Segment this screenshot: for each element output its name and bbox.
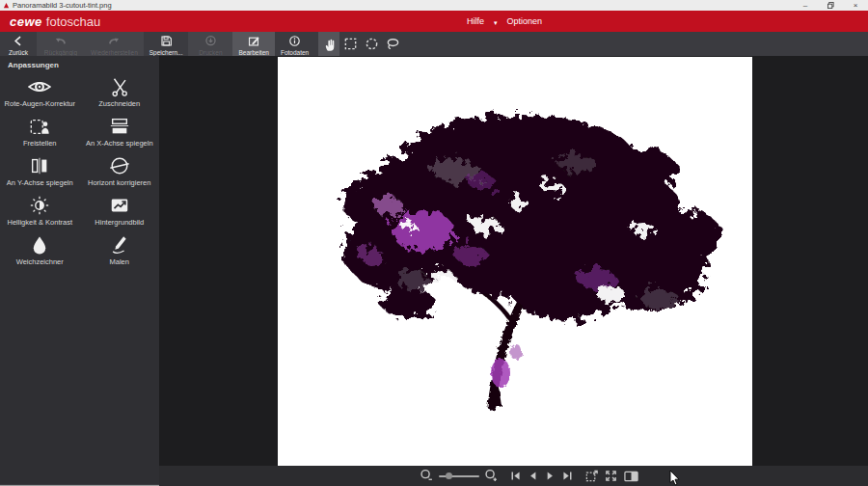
menu-hilfe[interactable]: Hilfe — [463, 14, 488, 28]
original-size-icon — [584, 469, 599, 483]
previous-image-button[interactable] — [527, 470, 539, 482]
fullscreen-icon — [604, 469, 618, 483]
app-header: cewe fotoschau Hilfe ▾ Optionen — [0, 11, 868, 32]
print-circle-icon — [203, 35, 218, 47]
zoom-in-icon — [484, 469, 499, 483]
scissors-icon — [109, 76, 130, 97]
background-image-icon — [108, 195, 131, 216]
fullscreen-button[interactable] — [604, 469, 618, 483]
compare-original-button[interactable] — [623, 469, 639, 483]
tool-y-achse-spiegeln[interactable]: An Y-Achse spiegeln — [0, 152, 80, 192]
main-toolbar: Zurück Rückgängig Wiederherstellen Speic… — [0, 32, 868, 56]
rectangle-select-icon — [343, 37, 358, 51]
statusbar — [159, 466, 868, 486]
titlebar: Panoramabild 3-cutout-tint.png – × — [0, 0, 868, 11]
photo-data-button[interactable]: Fotodaten — [275, 32, 314, 56]
last-image-button[interactable] — [561, 470, 574, 482]
first-image-button[interactable] — [509, 470, 522, 482]
original-size-button[interactable] — [584, 469, 599, 483]
zoom-slider[interactable] — [439, 466, 479, 486]
back-button[interactable]: Zurück — [0, 32, 37, 56]
sidebar-anpassungen: Anpassungen Rote-Augen-Korrektur Zuschne… — [0, 56, 159, 486]
tool-rote-augen-korrektur[interactable]: Rote-Augen-Korrektur — [0, 73, 80, 113]
menu-optionen[interactable]: Optionen — [503, 14, 547, 28]
minimize-button[interactable]: – — [793, 0, 818, 11]
ellipse-select-tool[interactable] — [361, 32, 382, 56]
save-floppy-icon — [159, 35, 174, 47]
paint-pen-icon — [108, 234, 131, 256]
brand-logo: cewe fotoschau — [10, 14, 100, 29]
undo-arrow-icon — [53, 35, 68, 47]
chevron-down-icon[interactable]: ▾ — [494, 19, 498, 27]
flip-y-icon — [28, 155, 51, 176]
sidebar-section-title: Anpassungen — [0, 56, 159, 69]
zoom-in-button[interactable] — [484, 469, 499, 483]
first-icon — [509, 470, 522, 482]
edit-pencil-icon — [246, 35, 261, 47]
eye-icon — [27, 76, 52, 97]
tool-helligkeit-kontrast[interactable]: Helligkeit & Kontrast — [0, 192, 80, 231]
app-icon — [3, 2, 10, 9]
close-button[interactable]: × — [843, 0, 868, 11]
adjustment-tools-grid: Rote-Augen-Korrektur Zuschneiden Freiste… — [0, 73, 159, 271]
previous-icon — [527, 470, 539, 482]
restore-icon — [827, 2, 834, 9]
lasso-select-tool[interactable] — [382, 32, 403, 56]
tool-x-achse-spiegeln[interactable]: An X-Achse spiegeln — [80, 113, 160, 152]
cutout-icon — [28, 116, 51, 137]
window-title: Panoramabild 3-cutout-tint.png — [13, 1, 793, 10]
print-button: Drucken — [188, 32, 232, 56]
hand-icon — [322, 37, 337, 52]
brand-script: cewe — [10, 14, 42, 29]
tool-hintergrundbild[interactable]: Hintergrundbild — [80, 192, 160, 231]
tool-freistellen[interactable]: Freistellen — [0, 113, 80, 152]
horizon-icon — [108, 155, 131, 176]
undo-button: Rückgängig — [37, 32, 85, 56]
lasso-select-icon — [385, 37, 400, 51]
workspace — [159, 56, 868, 466]
hand-tool[interactable] — [318, 32, 339, 56]
blur-drop-icon — [28, 234, 51, 256]
tool-horizont-korrigieren[interactable]: Horizont korrigieren — [80, 152, 160, 192]
app-window: Panoramabild 3-cutout-tint.png – × cewe … — [0, 0, 868, 486]
info-circle-icon — [287, 35, 302, 47]
zoom-slider-knob[interactable] — [446, 472, 452, 479]
photo-canvas[interactable] — [278, 57, 752, 466]
zoom-out-button[interactable] — [420, 469, 434, 483]
next-icon — [544, 470, 556, 482]
compare-original-icon — [623, 469, 639, 483]
flip-x-icon — [108, 116, 131, 137]
last-icon — [561, 470, 574, 482]
save-button[interactable]: Speichern... — [144, 32, 189, 56]
tool-malen[interactable]: Malen — [80, 231, 160, 271]
tool-weichzeichner[interactable]: Weichzeichner — [0, 231, 80, 271]
rectangle-select-tool[interactable] — [339, 32, 361, 56]
tool-zuschneiden[interactable]: Zuschneiden — [80, 73, 160, 113]
zoom-out-icon — [420, 469, 434, 483]
back-chevron-icon — [11, 35, 26, 47]
redo-arrow-icon — [106, 35, 122, 47]
redo-button: Wiederherstellen — [85, 32, 144, 56]
tree-image — [278, 57, 752, 466]
next-image-button[interactable] — [544, 470, 556, 482]
edit-button[interactable]: Bearbeiten — [232, 32, 274, 56]
brightness-contrast-icon — [28, 195, 51, 216]
maximize-button[interactable] — [818, 0, 843, 11]
brand-name: fotoschau — [46, 14, 100, 29]
ellipse-select-icon — [365, 37, 379, 51]
